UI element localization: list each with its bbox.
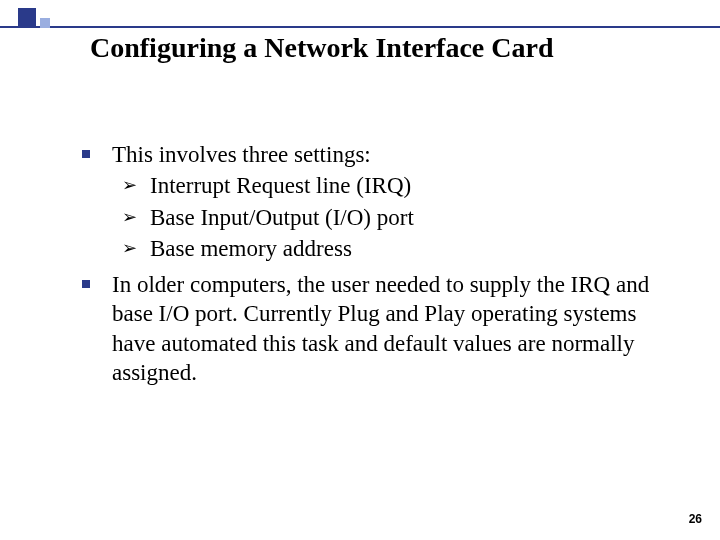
sub-bullet-text: Base memory address [150, 236, 352, 261]
sub-bullet-text: Base Input/Output (I/O) port [150, 205, 414, 230]
bullet-text: This involves three settings: [112, 142, 371, 167]
arrow-bullet-icon: ➢ [122, 236, 137, 260]
page-number: 26 [689, 512, 702, 526]
slide-content: Configuring a Network Interface Card Thi… [0, 0, 720, 540]
bullet-item: In older computers, the user needed to s… [82, 270, 660, 388]
arrow-bullet-icon: ➢ [122, 205, 137, 229]
bullet-item: This involves three settings: ➢ Interrup… [82, 140, 660, 264]
square-bullet-icon [82, 150, 90, 158]
arrow-bullet-icon: ➢ [122, 173, 137, 197]
sub-bullet-item: ➢ Interrupt Request line (IRQ) [122, 171, 660, 200]
bullet-text: In older computers, the user needed to s… [112, 272, 649, 385]
slide-title: Configuring a Network Interface Card [90, 32, 680, 64]
sub-bullet-item: ➢ Base Input/Output (I/O) port [122, 203, 660, 232]
sub-bullet-item: ➢ Base memory address [122, 234, 660, 263]
square-bullet-icon [82, 280, 90, 288]
sub-bullet-text: Interrupt Request line (IRQ) [150, 173, 411, 198]
slide-body: This involves three settings: ➢ Interrup… [82, 140, 660, 394]
